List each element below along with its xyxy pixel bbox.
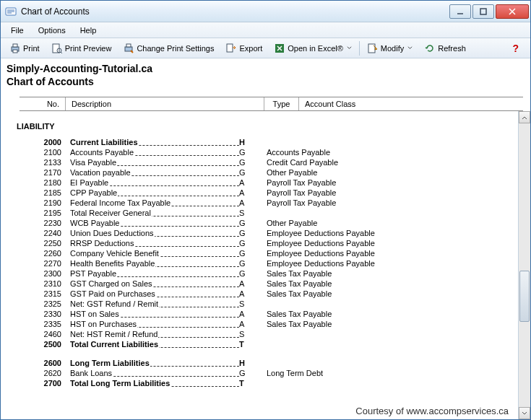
account-description: Vacation payable: [70, 167, 239, 178]
window-title: Chart of Accounts: [21, 6, 448, 17]
account-number: 2335: [34, 319, 70, 329]
menu-options[interactable]: Options: [31, 25, 73, 36]
scroll-thumb[interactable]: [519, 271, 530, 322]
open-excel-button[interactable]: Open in Excel®: [269, 40, 357, 56]
maximize-button[interactable]: [472, 4, 494, 19]
print-preview-label: Print Preview: [65, 44, 112, 53]
account-row[interactable]: 2190Federal Income Tax PayableAPayroll T…: [17, 198, 515, 208]
export-button[interactable]: Export: [220, 40, 267, 56]
account-class: Sales Tax Payable: [252, 268, 332, 279]
account-row[interactable]: 2170Vacation payableGOther Payable: [17, 167, 515, 178]
titlebar: Chart of Accounts: [1, 1, 530, 22]
svg-rect-4: [13, 50, 17, 53]
account-row[interactable]: 2315GST Paid on PurchasesASales Tax Paya…: [17, 289, 515, 299]
account-class: Sales Tax Payable: [252, 319, 332, 329]
account-row[interactable]: 2325Net: GST Refund / RemitS: [17, 299, 515, 309]
col-account-class[interactable]: Account Class: [299, 97, 523, 110]
account-number: 2180: [34, 178, 70, 188]
account-description: Net: HST Remit / Refund: [70, 329, 239, 339]
account-description: RRSP Deductions: [70, 238, 239, 248]
account-number: 2250: [34, 238, 70, 248]
col-no[interactable]: No.: [20, 97, 66, 110]
account-number: 2325: [34, 299, 70, 309]
account-type: A: [239, 198, 252, 208]
account-number: 2330: [34, 309, 70, 319]
account-row[interactable]: 2270Health Benefits PayableGEmployee Ded…: [17, 258, 515, 268]
account-class: [252, 137, 267, 147]
account-list: 2000Current LiabilitiesH2100Accounts Pay…: [17, 137, 515, 388]
account-type: T: [239, 378, 252, 388]
column-headers: No. Description Type Account Class: [20, 97, 523, 111]
print-settings-label: Change Print Settings: [137, 44, 214, 53]
account-description: Company Vehicle Benefit: [70, 248, 239, 258]
excel-icon: [274, 43, 285, 54]
account-description: Total Long Term Liabilities: [70, 378, 239, 388]
col-description[interactable]: Description: [66, 97, 264, 110]
account-description: Health Benefits Payable: [70, 258, 239, 268]
account-type: G: [239, 368, 252, 378]
account-row[interactable]: 2240Union Dues DeductionsGEmployee Deduc…: [17, 228, 515, 238]
open-excel-label: Open in Excel®: [288, 44, 343, 53]
account-description: Long Term Liabilities: [70, 358, 239, 368]
account-number: 2270: [34, 258, 70, 268]
account-class: Credit Card Payable: [252, 157, 338, 167]
account-type: G: [239, 157, 252, 167]
account-row[interactable]: 2180EI PayableAPayroll Tax Payable: [17, 178, 515, 188]
scroll-track[interactable]: [519, 123, 530, 407]
menu-help[interactable]: Help: [73, 25, 104, 36]
account-row[interactable]: 2230WCB PayableGOther Payable: [17, 218, 515, 228]
export-label: Export: [239, 44, 262, 53]
account-row[interactable]: 2000Current LiabilitiesH: [17, 137, 515, 147]
account-row[interactable]: 2310GST Charged on SalesASales Tax Payab…: [17, 279, 515, 289]
svg-rect-8: [126, 44, 131, 47]
print-settings-button[interactable]: Change Print Settings: [118, 40, 219, 56]
account-row[interactable]: 2600Long Term LiabilitiesH: [17, 358, 515, 368]
print-preview-button[interactable]: Print Preview: [46, 40, 117, 56]
close-button[interactable]: [496, 4, 529, 19]
app-icon: [5, 6, 17, 17]
account-type: A: [239, 309, 252, 319]
account-number: 2460: [34, 329, 70, 339]
account-row[interactable]: 2330HST on SalesASales Tax Payable: [17, 309, 515, 319]
export-icon: [225, 43, 237, 54]
scroll-down-arrow[interactable]: [519, 407, 530, 419]
account-number: 2230: [34, 218, 70, 228]
refresh-button[interactable]: Refresh: [419, 40, 471, 56]
account-class: Accounts Payable: [252, 147, 330, 157]
account-row[interactable]: 2100Accounts PayableGAccounts Payable: [17, 147, 515, 157]
account-row[interactable]: 2250RRSP DeductionsGEmployee Deductions …: [17, 238, 515, 248]
account-row[interactable]: 2133Visa PayableGCredit Card Payable: [17, 157, 515, 167]
minimize-button[interactable]: [449, 4, 471, 19]
account-type: G: [239, 147, 252, 157]
menu-file[interactable]: File: [4, 25, 31, 36]
account-class: [252, 329, 267, 339]
account-number: 2240: [34, 228, 70, 238]
account-number: 2185: [34, 188, 70, 198]
account-row[interactable]: 2700Total Long Term LiabilitiesT: [17, 378, 515, 388]
print-button[interactable]: Print: [4, 40, 45, 56]
account-description: Total Receiver General: [70, 208, 239, 218]
account-row[interactable]: 2620Bank LoansGLong Term Debt: [17, 368, 515, 378]
help-button[interactable]: ?: [509, 43, 522, 54]
account-row[interactable]: 2185CPP PayableAPayroll Tax Payable: [17, 188, 515, 198]
modify-button[interactable]: Modify: [362, 40, 418, 56]
account-row[interactable]: 2460Net: HST Remit / RefundS: [17, 329, 515, 339]
account-row[interactable]: 2335HST on PurchasesASales Tax Payable: [17, 319, 515, 329]
col-type[interactable]: Type: [264, 97, 299, 110]
scroll-up-arrow[interactable]: [519, 111, 530, 123]
vertical-scrollbar[interactable]: [518, 111, 530, 419]
account-row[interactable]: 2260Company Vehicle BenefitGEmployee Ded…: [17, 248, 515, 258]
refresh-label: Refresh: [438, 44, 466, 53]
account-description: HST on Purchases: [70, 319, 239, 329]
account-class: Sales Tax Payable: [252, 309, 332, 319]
account-description: Bank Loans: [70, 368, 239, 378]
account-description: Union Dues Deductions: [70, 228, 239, 238]
account-row[interactable]: 2300PST PayableGSales Tax Payable: [17, 268, 515, 279]
account-type: S: [239, 329, 252, 339]
account-type: H: [239, 358, 252, 368]
account-row[interactable]: 2500Total Current LiabilitiesT: [17, 339, 515, 349]
account-description: GST Charged on Sales: [70, 279, 239, 289]
account-type: A: [239, 319, 252, 329]
account-type: G: [239, 268, 252, 279]
account-row[interactable]: 2195Total Receiver GeneralS: [17, 208, 515, 218]
